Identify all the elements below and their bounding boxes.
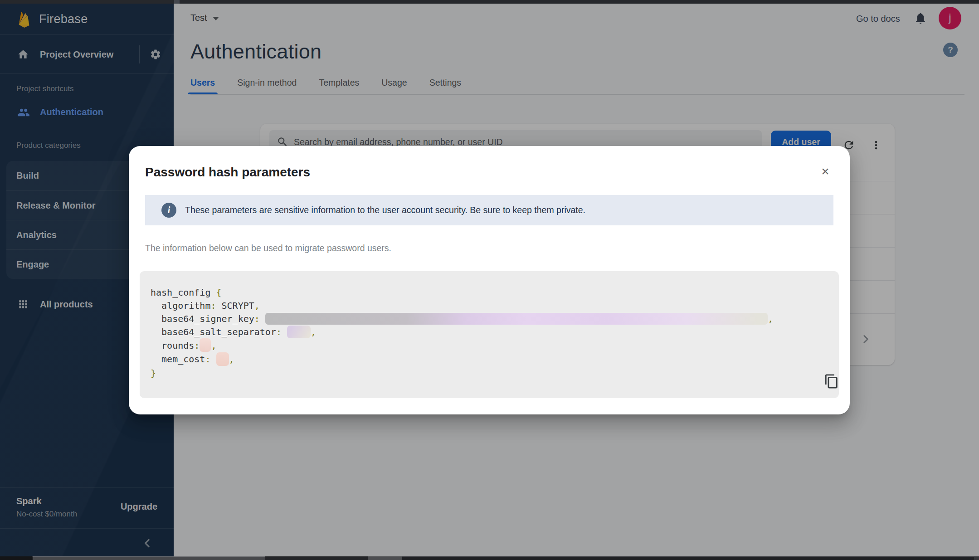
copy-icon (824, 374, 839, 389)
code-text (282, 326, 287, 337)
sensitive-info-banner: i These parameters are sensitive informa… (145, 195, 833, 225)
close-button[interactable]: × (816, 162, 834, 180)
code-punct: } (151, 368, 156, 379)
taskbar-segment (33, 556, 265, 560)
code-line: algorithm: SCRYPT, (151, 299, 839, 312)
code-text (260, 313, 265, 324)
code-punct: , (211, 340, 216, 351)
code-punct: : (254, 313, 260, 324)
dialog-description: The information below can be used to mig… (145, 243, 391, 253)
close-icon: × (821, 164, 829, 179)
code-punct: : (205, 354, 210, 365)
info-icon: i (161, 203, 176, 218)
code-text: base64_salt_separator (151, 326, 276, 337)
dialog-title: Password hash parameters (145, 165, 310, 180)
code-text: mem_cost (151, 354, 205, 365)
code-punct: , (254, 300, 260, 311)
firebase-console-screen: Firebase Project Overview Project shortc… (0, 0, 979, 560)
taskbar-segment (265, 556, 368, 560)
code-text: algorithm (151, 300, 210, 311)
code-text: rounds (151, 340, 194, 351)
redacted-signer-key (265, 313, 768, 325)
code-punct: , (311, 326, 316, 337)
copy-button[interactable] (822, 372, 842, 392)
code-line: base64_salt_separator: , (151, 326, 839, 339)
code-text: base64_signer_key (151, 313, 254, 324)
window-top-notch (174, 0, 180, 4)
code-punct: : (210, 300, 216, 311)
code-text: hash_config (151, 287, 216, 298)
code-line: mem_cost: , (151, 353, 839, 367)
code-text (210, 354, 216, 365)
code-line: base64_signer_key: , (151, 312, 839, 326)
hash-config-code-block: hash_config { algorithm: SCRYPT, base64_… (140, 271, 839, 398)
window-top-edge (0, 0, 979, 4)
code-punct: : (194, 340, 200, 351)
redacted-salt-separator (287, 326, 311, 338)
code-line: } (151, 367, 839, 380)
code-punct: : (276, 326, 282, 337)
code-punct: , (229, 354, 234, 365)
redacted-rounds (200, 338, 211, 352)
redacted-mem-cost (216, 352, 229, 366)
taskbar-segment (0, 556, 32, 560)
code-punct: { (216, 287, 222, 298)
taskbar-segment (368, 556, 402, 560)
password-hash-parameters-dialog: Password hash parameters × i These param… (129, 146, 850, 414)
taskbar-strip (0, 556, 979, 560)
app-area: Firebase Project Overview Project shortc… (0, 4, 979, 556)
taskbar-segment (974, 556, 979, 560)
code-line: hash_config { (151, 286, 839, 299)
banner-text: These parameters are sensitive informati… (185, 205, 585, 215)
code-text: SCRYPT (216, 300, 254, 311)
code-line: rounds:, (151, 339, 839, 353)
code-punct: , (768, 313, 773, 324)
